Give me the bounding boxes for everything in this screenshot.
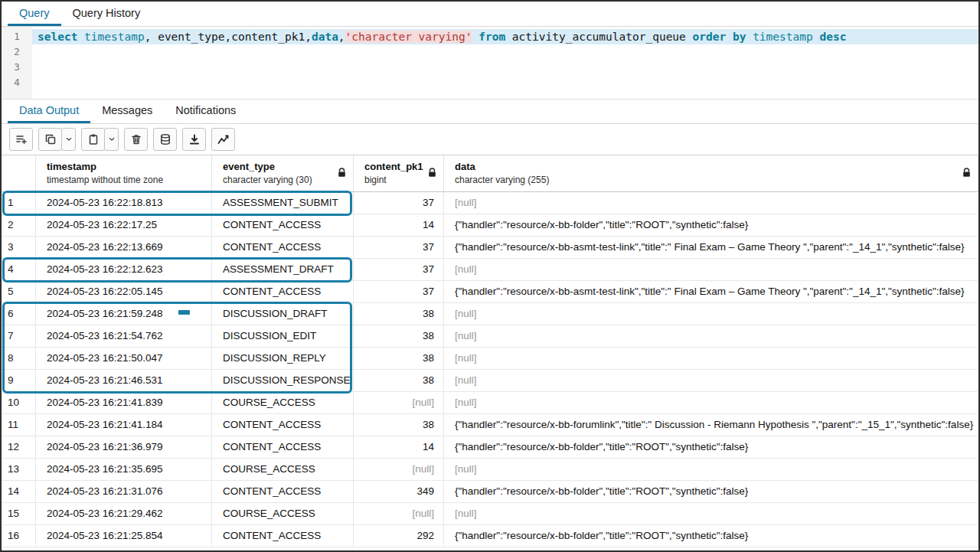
data-cell[interactable]: {"handler":"resource/x-bb-forumlink","ti… bbox=[444, 414, 978, 436]
tab-notifications[interactable]: Notifications bbox=[164, 100, 247, 123]
event-type-cell[interactable]: CONTENT_ACCESS bbox=[212, 214, 354, 236]
content-pk1-cell[interactable]: 14 bbox=[354, 436, 444, 458]
event-type-cell[interactable]: CONTENT_ACCESS bbox=[212, 525, 354, 547]
data-cell[interactable]: [null] bbox=[444, 192, 978, 214]
timestamp-cell[interactable]: 2024-05-23 16:21:31.076 bbox=[36, 481, 212, 502]
row-number-cell[interactable]: 7 bbox=[2, 325, 36, 347]
row-number-cell[interactable]: 14 bbox=[2, 481, 36, 502]
graph-visualiser-button[interactable] bbox=[211, 128, 235, 151]
content-pk1-cell[interactable]: 14 bbox=[354, 214, 444, 236]
content-pk1-cell[interactable]: 38 bbox=[354, 303, 444, 325]
add-row-button[interactable] bbox=[9, 128, 33, 151]
data-cell[interactable]: {"handler":"resource/x-bb-folder","title… bbox=[444, 214, 978, 236]
timestamp-cell[interactable]: 2024-05-23 16:21:54.762 bbox=[36, 325, 212, 347]
timestamp-cell[interactable]: 2024-05-23 16:21:50.047 bbox=[36, 348, 212, 369]
data-cell[interactable]: [null] bbox=[444, 459, 978, 480]
timestamp-cell[interactable]: 2024-05-23 16:21:41.839 bbox=[36, 392, 212, 413]
select-all-header-cell[interactable] bbox=[2, 155, 36, 191]
content-pk1-cell[interactable]: [null] bbox=[354, 459, 444, 480]
delete-button[interactable] bbox=[124, 128, 148, 151]
event-type-cell[interactable]: DISCUSSION_RESPONSE bbox=[212, 370, 354, 391]
timestamp-cell[interactable]: 2024-05-23 16:21:25.854 bbox=[36, 525, 212, 547]
content-pk1-cell[interactable]: 349 bbox=[354, 481, 444, 502]
row-number-cell[interactable]: 6 bbox=[2, 303, 36, 325]
download-button[interactable] bbox=[182, 128, 206, 151]
content-pk1-cell[interactable]: 292 bbox=[354, 525, 444, 547]
data-cell[interactable]: {"handler":"resource/x-bb-folder","title… bbox=[444, 481, 978, 502]
row-number-cell[interactable]: 11 bbox=[2, 414, 36, 436]
event-type-cell[interactable]: ASSESSMENT_SUBMIT bbox=[212, 192, 354, 214]
row-number-cell[interactable]: 4 bbox=[2, 259, 36, 280]
row-number-cell[interactable]: 8 bbox=[2, 348, 36, 369]
row-number-cell[interactable]: 13 bbox=[2, 459, 36, 480]
row-number-cell[interactable]: 2 bbox=[2, 214, 36, 236]
tab-query[interactable]: Query bbox=[8, 2, 61, 26]
sql-line-2[interactable] bbox=[32, 44, 978, 60]
content-pk1-cell[interactable]: 38 bbox=[354, 348, 444, 369]
save-data-changes-button[interactable] bbox=[153, 128, 177, 151]
event-type-cell[interactable]: COURSE_ACCESS bbox=[212, 503, 354, 524]
copy-button[interactable] bbox=[38, 128, 62, 151]
content-pk1-cell[interactable]: 37 bbox=[354, 237, 444, 258]
event-type-cell[interactable]: COURSE_ACCESS bbox=[212, 459, 354, 480]
timestamp-cell[interactable]: 2024-05-23 16:22:05.145 bbox=[36, 281, 212, 302]
paste-button[interactable] bbox=[81, 128, 105, 151]
data-cell[interactable]: [null] bbox=[444, 370, 978, 391]
event-type-cell[interactable]: CONTENT_ACCESS bbox=[212, 237, 354, 258]
data-cell[interactable]: [null] bbox=[444, 348, 978, 369]
tab-data-output[interactable]: Data Output bbox=[8, 100, 90, 123]
sql-line-4[interactable] bbox=[32, 75, 978, 90]
editor-code[interactable]: select timestamp, event_type,content_pk1… bbox=[32, 27, 978, 99]
content-pk1-cell[interactable]: 38 bbox=[354, 414, 444, 436]
data-cell[interactable]: [null] bbox=[444, 259, 978, 280]
row-number-cell[interactable]: 1 bbox=[2, 192, 36, 214]
sql-line-3[interactable] bbox=[32, 60, 978, 75]
event-type-cell[interactable]: DISCUSSION_EDIT bbox=[212, 325, 354, 347]
timestamp-cell[interactable]: 2024-05-23 16:21:46.531 bbox=[36, 370, 212, 391]
content-pk1-cell[interactable]: 37 bbox=[354, 281, 444, 302]
row-number-cell[interactable]: 16 bbox=[2, 525, 36, 547]
timestamp-cell[interactable]: 2024-05-23 16:21:36.979 bbox=[36, 436, 212, 458]
data-cell[interactable]: {"handler":"resource/x-bb-asmt-test-link… bbox=[444, 237, 978, 258]
content-pk1-cell[interactable]: [null] bbox=[354, 503, 444, 524]
content-pk1-cell[interactable]: [null] bbox=[354, 392, 444, 413]
row-number-cell[interactable]: 3 bbox=[2, 237, 36, 258]
timestamp-cell[interactable]: 2024-05-23 16:21:35.695 bbox=[36, 459, 212, 480]
column-header-data[interactable]: datacharacter varying (255) bbox=[444, 155, 978, 191]
timestamp-cell[interactable]: 2024-05-23 16:21:29.462 bbox=[36, 503, 212, 524]
event-type-cell[interactable]: CONTENT_ACCESS bbox=[212, 281, 354, 302]
column-header-event_type[interactable]: event_typecharacter varying (30) bbox=[212, 155, 354, 191]
data-cell[interactable]: [null] bbox=[444, 325, 978, 347]
paste-options-button[interactable] bbox=[104, 128, 119, 151]
data-cell[interactable]: [null] bbox=[444, 392, 978, 413]
tab-messages[interactable]: Messages bbox=[90, 100, 164, 123]
event-type-cell[interactable]: CONTENT_ACCESS bbox=[212, 414, 354, 436]
content-pk1-cell[interactable]: 38 bbox=[354, 370, 444, 391]
column-header-timestamp[interactable]: timestamptimestamp without time zone bbox=[36, 155, 212, 191]
sql-line-1[interactable]: select timestamp, event_type,content_pk1… bbox=[32, 29, 978, 44]
event-type-cell[interactable]: DISCUSSION_REPLY bbox=[212, 348, 354, 369]
column-header-content_pk1[interactable]: content_pk1bigint bbox=[354, 155, 444, 191]
row-number-cell[interactable]: 15 bbox=[2, 503, 36, 524]
tab-query-history[interactable]: Query History bbox=[61, 2, 152, 26]
timestamp-cell[interactable]: 2024-05-23 16:22:18.813 bbox=[36, 192, 212, 214]
row-number-cell[interactable]: 10 bbox=[2, 392, 36, 413]
timestamp-cell[interactable]: 2024-05-23 16:22:17.25 bbox=[36, 214, 212, 236]
data-cell[interactable]: {"handler":"resource/x-bb-folder","title… bbox=[444, 525, 978, 547]
event-type-cell[interactable]: DISCUSSION_DRAFT bbox=[212, 303, 354, 325]
timestamp-cell[interactable]: 2024-05-23 16:21:41.184 bbox=[36, 414, 212, 436]
event-type-cell[interactable]: ASSESSMENT_DRAFT bbox=[212, 259, 354, 280]
content-pk1-cell[interactable]: 38 bbox=[354, 325, 444, 347]
content-pk1-cell[interactable]: 37 bbox=[354, 192, 444, 214]
content-pk1-cell[interactable]: 37 bbox=[354, 259, 444, 280]
data-cell[interactable]: {"handler":"resource/x-bb-asmt-test-link… bbox=[444, 281, 978, 302]
sql-editor[interactable]: 1234 select timestamp, event_type,conten… bbox=[2, 27, 978, 99]
timestamp-cell[interactable]: 2024-05-23 16:22:13.669 bbox=[36, 237, 212, 258]
row-number-cell[interactable]: 12 bbox=[2, 436, 36, 458]
event-type-cell[interactable]: CONTENT_ACCESS bbox=[212, 436, 354, 458]
copy-options-button[interactable] bbox=[61, 128, 76, 151]
data-cell[interactable]: {"handler":"resource/x-bb-folder","title… bbox=[444, 436, 978, 458]
event-type-cell[interactable]: CONTENT_ACCESS bbox=[212, 481, 354, 502]
row-number-cell[interactable]: 5 bbox=[2, 281, 36, 302]
data-cell[interactable]: [null] bbox=[444, 303, 978, 325]
